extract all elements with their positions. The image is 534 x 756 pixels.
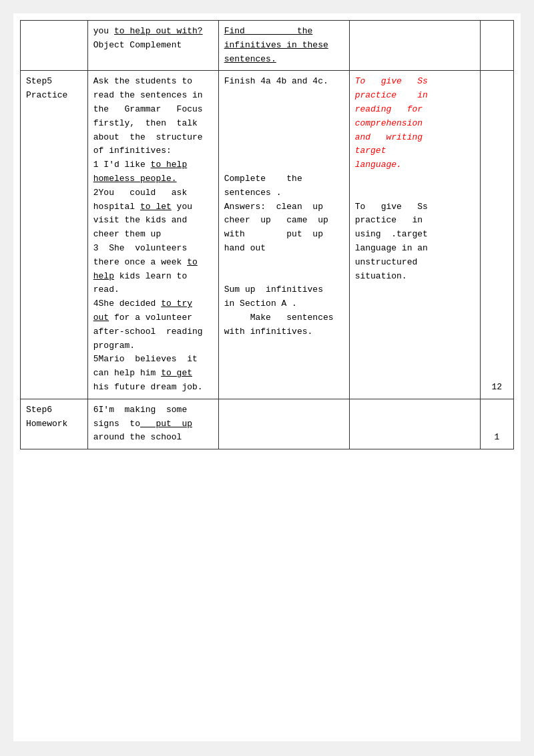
underline-help-kids: help xyxy=(93,271,114,281)
page: you to help out with? Object Complement … xyxy=(13,13,521,741)
purpose-step6-cell xyxy=(349,399,480,449)
student-make-line: Make sentences xyxy=(224,311,344,325)
underline-put-up: put up xyxy=(140,419,192,429)
student-blank3 xyxy=(224,117,344,131)
purpose-blank xyxy=(355,172,475,186)
student-blank2 xyxy=(224,103,344,117)
time-12: 12 xyxy=(486,378,508,395)
find-infinitives-text2: infinitives in these xyxy=(224,39,344,53)
teacher-5-line: 5Mario believes it xyxy=(93,353,213,367)
teacher-help-kids-line: help kids learn to xyxy=(93,270,213,284)
object-complement-text: Object Complement xyxy=(93,39,213,53)
step-cell-empty xyxy=(21,21,88,71)
student-blank1 xyxy=(224,89,344,103)
student-section-line: in Section A . xyxy=(224,297,344,311)
student-blank8 xyxy=(224,270,344,284)
teacher-read-line: read the sentences in xyxy=(93,89,213,103)
student-blank7 xyxy=(224,256,344,270)
purpose-practice2: practice in xyxy=(355,214,475,228)
teacher-3-line: 3 She volunteers xyxy=(93,242,213,256)
teacher-hospital-line: hospital to let you xyxy=(93,200,213,214)
underline-let: to let xyxy=(140,202,172,212)
student-complete-line: Complete the xyxy=(224,172,344,186)
student-with2-line: with infinitives. xyxy=(224,325,344,339)
purpose-unstructured: unstructured xyxy=(355,256,475,270)
underline-out: out xyxy=(93,313,109,323)
step6-cell: Step6 Homework xyxy=(21,399,88,449)
student-blank5 xyxy=(224,144,344,158)
step6-label: Step6 xyxy=(26,403,82,417)
student-with-line: with put up xyxy=(224,228,344,242)
underline-help-homeless: to help xyxy=(151,160,188,170)
purpose-red-writing: and writing xyxy=(355,131,475,145)
student-top-cell: Find the infinitives in these sentences. xyxy=(218,21,349,71)
student-finish-line: Finish 4a 4b and 4c. xyxy=(224,75,344,89)
step5-cell: Step5 Practice xyxy=(21,71,88,399)
student-main-cell: Finish 4a 4b and 4c. Complete the senten… xyxy=(218,71,349,399)
teacher-of-line: of infinitives: xyxy=(93,144,213,158)
homework-label: Homework xyxy=(26,417,82,431)
teacher-cheer-line: cheer them up xyxy=(93,228,213,242)
teacher-dream-line: his future dream job. xyxy=(93,381,213,395)
teacher-6i-line: 6I'm making some xyxy=(93,403,213,417)
student-answers-line: Answers: clean up xyxy=(224,200,344,214)
teacher-can-line: can help him to get xyxy=(93,367,213,381)
purpose-using: using .target xyxy=(355,228,475,242)
teacher-signs-line: signs to put up xyxy=(93,417,213,431)
purpose-red-language: language. xyxy=(355,158,475,172)
student-cheer-line: cheer up came up xyxy=(224,214,344,228)
underline-try-out: to try xyxy=(161,299,192,309)
teacher-4-line: 4She decided to try xyxy=(93,297,213,311)
teacher-around-line: around the school xyxy=(93,431,213,445)
teacher-2-line: 2You could ask xyxy=(93,186,213,200)
step5-label: Step5 xyxy=(26,75,82,89)
teacher-ask-line: Ask the students to xyxy=(93,75,213,89)
purpose-situation: situation. xyxy=(355,270,475,284)
table-row-step6: Step6 Homework 6I'm making some signs to… xyxy=(21,399,514,449)
underline-get: to get xyxy=(161,368,192,378)
teacher-main-cell: Ask the students to read the sentences i… xyxy=(87,71,218,399)
teacher-step6-cell: 6I'm making some signs to put up around … xyxy=(87,399,218,449)
table-row-header: you to help out with? Object Complement … xyxy=(21,21,514,71)
table-row-step5: Step5 Practice Ask the students to read … xyxy=(21,71,514,399)
teacher-top-cell: you to help out with? Object Complement xyxy=(87,21,218,71)
purpose-red-comprehension: comprehension xyxy=(355,117,475,131)
find-infinitives-text3: sentences. xyxy=(224,53,344,67)
purpose-empty-top xyxy=(349,21,480,71)
teacher-once-line: there once a week to xyxy=(93,256,213,270)
teacher-homeless-line: homeless people. xyxy=(93,172,213,186)
teacher-out-line: out for a volunteer xyxy=(93,311,213,325)
teacher-read-line2: read. xyxy=(93,283,213,297)
student-step6-cell xyxy=(218,399,349,449)
underline-to: to xyxy=(187,257,198,267)
teacher-help-text: you to help out with? xyxy=(93,25,213,39)
student-handout-line: hand out xyxy=(224,242,344,256)
time-1: 1 xyxy=(486,431,508,445)
teacher-visit-line: visit the kids and xyxy=(93,214,213,228)
teacher-program-line: program. xyxy=(93,339,213,353)
purpose-main-cell: To give Ss practice in reading for compr… xyxy=(349,71,480,399)
student-blank6 xyxy=(224,158,344,172)
purpose-red-give: To give Ss xyxy=(355,75,475,89)
purpose-red-reading: reading for xyxy=(355,103,475,117)
time-12-cell: 12 xyxy=(480,71,513,399)
underline-help: to help out with? xyxy=(114,26,203,36)
student-sum-line: Sum up infinitives xyxy=(224,283,344,297)
purpose-blank2 xyxy=(355,186,475,200)
purpose-lang-in: language in an xyxy=(355,242,475,256)
lesson-table: you to help out with? Object Complement … xyxy=(20,20,514,449)
student-blank4 xyxy=(224,131,344,145)
find-infinitives-text: Find the xyxy=(224,25,344,39)
teacher-afterschool-line: after-school reading xyxy=(93,325,213,339)
teacher-1-line: 1 I'd like to help xyxy=(93,158,213,172)
teacher-firstly-line: firstly, then talk xyxy=(93,117,213,131)
purpose-give2: To give Ss xyxy=(355,200,475,214)
teacher-about-line: about the structure xyxy=(93,131,213,145)
purpose-red-target: target xyxy=(355,144,475,158)
teacher-grammar-line: the Grammar Focus xyxy=(93,103,213,117)
time-1-cell: 1 xyxy=(480,399,513,449)
underline-homeless: homeless people. xyxy=(93,174,177,184)
student-sentences-line: sentences . xyxy=(224,186,344,200)
purpose-red-practice: practice in xyxy=(355,89,475,103)
practice-label: Practice xyxy=(26,89,82,103)
